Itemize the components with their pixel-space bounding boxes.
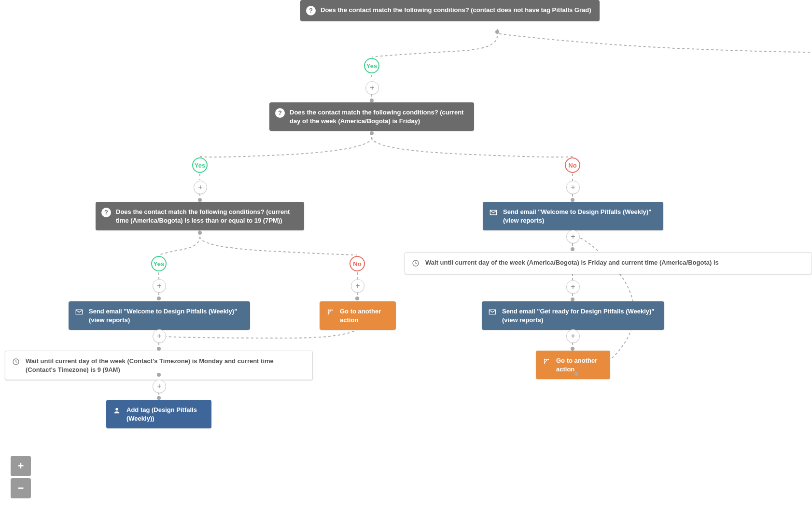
- action-send-email[interactable]: Send email "Welcome to Design Pitfalls (…: [69, 301, 250, 330]
- connector-dot: [370, 99, 374, 102]
- add-step-button[interactable]: +: [566, 280, 580, 294]
- user-icon: [112, 406, 122, 415]
- branch-icon: [325, 307, 335, 317]
- add-step-button[interactable]: +: [566, 181, 580, 194]
- question-icon: ?: [275, 108, 285, 118]
- connector-dot: [574, 372, 578, 376]
- branch-icon: [542, 356, 551, 366]
- svg-point-8: [548, 359, 549, 360]
- svg-point-6: [544, 359, 546, 360]
- question-icon: ?: [306, 6, 316, 15]
- action-text: Send email "Welcome to Design Pitfalls (…: [503, 208, 656, 225]
- condition-text: Does the contact match the following con…: [290, 108, 466, 125]
- action-wait[interactable]: Wait until current day of the week (Amer…: [405, 252, 812, 274]
- zoom-controls: + −: [11, 456, 31, 498]
- condition-node-friday[interactable]: ? Does the contact match the following c…: [269, 102, 474, 131]
- action-text: Go to another action: [340, 307, 388, 324]
- action-send-email[interactable]: Send email "Get ready for Design Pitfall…: [482, 301, 664, 330]
- mail-icon: [488, 307, 497, 317]
- add-step-button[interactable]: +: [153, 329, 166, 343]
- branch-no[interactable]: No: [350, 256, 365, 271]
- clock-icon: [11, 357, 21, 367]
- mail-icon: [489, 208, 498, 217]
- svg-point-2: [328, 310, 329, 311]
- add-step-button[interactable]: +: [153, 380, 166, 393]
- connector-dot: [571, 247, 574, 251]
- action-add-tag[interactable]: Add tag (Design Pitfalls (Weekly)): [106, 400, 211, 428]
- connector-dot: [571, 198, 574, 202]
- zoom-out-button[interactable]: −: [11, 478, 31, 498]
- add-step-button[interactable]: +: [365, 81, 379, 95]
- add-step-button[interactable]: +: [153, 279, 166, 293]
- action-send-email[interactable]: Send email "Welcome to Design Pitfalls (…: [483, 202, 663, 230]
- connector-dot: [198, 231, 202, 235]
- connector-dot: [495, 30, 499, 34]
- connector-dot: [198, 198, 202, 202]
- condition-node-time[interactable]: ? Does the contact match the following c…: [96, 202, 304, 230]
- condition-text: Does the contact match the following con…: [321, 6, 592, 14]
- add-step-button[interactable]: +: [194, 181, 207, 194]
- action-text: Wait until current day of the week (Cont…: [26, 357, 305, 374]
- zoom-in-button[interactable]: +: [11, 456, 31, 476]
- svg-point-4: [332, 310, 333, 311]
- action-text: Add tag (Design Pitfalls (Weekly)): [126, 406, 204, 423]
- branch-yes[interactable]: Yes: [151, 256, 167, 271]
- add-step-button[interactable]: +: [566, 230, 580, 243]
- connector-dot: [157, 396, 161, 400]
- clock-icon: [411, 258, 420, 268]
- condition-node-tag[interactable]: ? Does the contact match the following c…: [300, 0, 600, 21]
- action-text: Send email "Get ready for Design Pitfall…: [502, 307, 657, 324]
- connector-dot: [370, 131, 374, 135]
- action-text: Wait until current day of the week (Amer…: [425, 258, 804, 267]
- question-icon: ?: [101, 208, 111, 217]
- condition-text: Does the contact match the following con…: [116, 208, 296, 225]
- branch-yes[interactable]: Yes: [192, 157, 208, 173]
- automation-canvas[interactable]: .d{fill:none;stroke:#b0b0b0;stroke-width…: [0, 0, 812, 509]
- action-goto[interactable]: Go to another action: [320, 301, 396, 330]
- add-step-button[interactable]: +: [566, 329, 580, 343]
- connector-dot: [157, 347, 161, 351]
- connector-dot: [157, 297, 161, 300]
- connector-dot: [157, 373, 161, 377]
- add-step-button[interactable]: +: [351, 279, 364, 293]
- svg-point-1: [115, 408, 118, 410]
- mail-icon: [74, 307, 84, 317]
- action-goto[interactable]: Go to another action: [536, 351, 610, 379]
- connector-dot: [355, 297, 359, 300]
- action-text: Go to another action: [556, 356, 602, 373]
- branch-no[interactable]: No: [565, 157, 580, 173]
- connector-dot: [571, 297, 574, 301]
- action-text: Send email "Welcome to Design Pitfalls (…: [89, 307, 242, 324]
- branch-yes[interactable]: Yes: [364, 58, 379, 73]
- connector-dot: [571, 347, 574, 351]
